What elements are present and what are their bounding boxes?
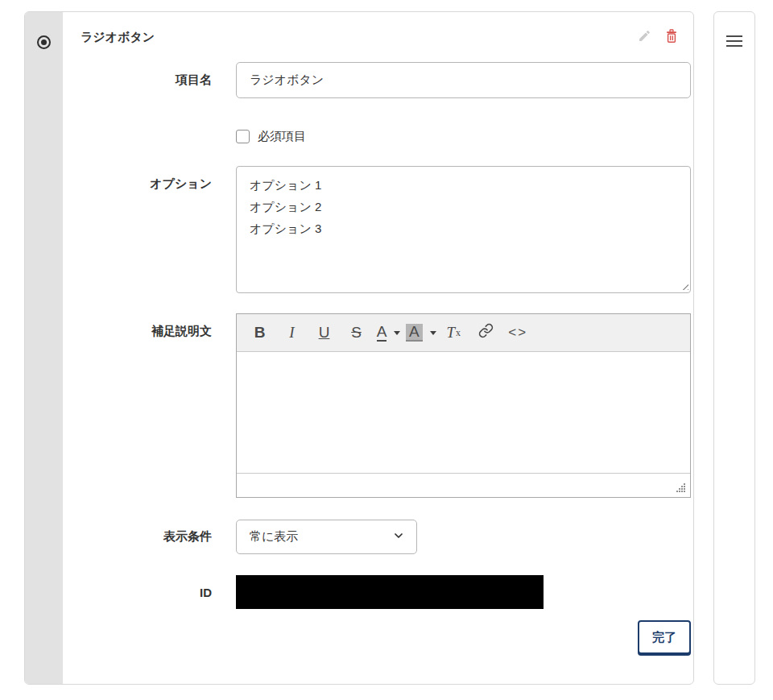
field-editor-card: ラジオボタン 項目名 [24,11,694,685]
display-condition-label: 表示条件 [63,529,236,545]
richtext-content[interactable] [237,352,690,473]
field-title: ラジオボタン [81,30,155,45]
description-row: 補足説明文 B I U S A A [63,313,693,498]
id-row: ID [63,575,693,609]
caret-down-icon [430,331,436,335]
options-textarea[interactable]: オプション 1 オプション 2 オプション 3 [236,166,691,293]
field-type-rail [25,12,63,684]
item-name-input[interactable] [236,62,691,98]
drag-handle-rail [713,11,755,685]
field-editor-content: ラジオボタン 項目名 [63,12,693,684]
radio-button-icon [37,35,51,49]
field-header: ラジオボタン [63,25,693,49]
delete-button[interactable] [663,28,680,46]
text-color-button[interactable]: A [374,318,403,347]
done-row: 完了 [63,620,691,654]
required-checkbox-label: 必須項目 [258,129,306,144]
id-label: ID [63,586,236,599]
caret-down-icon [394,331,400,335]
drag-handle-icon[interactable] [726,32,742,50]
options-row: オプション オプション 1 オプション 2 オプション 3 [63,166,693,293]
edit-button[interactable] [635,28,653,46]
underline-button[interactable]: U [309,318,339,347]
link-icon [478,323,494,342]
required-row: 必須項目 [63,128,693,144]
required-checkbox[interactable] [236,130,250,143]
done-button[interactable]: 完了 [638,620,691,654]
item-name-row: 項目名 [63,62,693,98]
trash-icon [665,29,678,46]
code-view-button[interactable]: <> [503,318,533,347]
chevron-down-icon [392,529,405,545]
pencil-icon [638,29,651,45]
richtext-editor: B I U S A A Tx [236,313,691,498]
options-label: オプション [63,166,236,293]
clear-format-button[interactable]: Tx [439,318,469,347]
description-label: 補足説明文 [63,313,236,498]
id-value-redacted [236,575,544,609]
richtext-toolbar: B I U S A A Tx [237,314,690,352]
bold-button[interactable]: B [245,318,275,347]
link-button[interactable] [471,318,501,347]
display-condition-row: 表示条件 常に表示 [63,520,693,554]
background-color-button[interactable]: A [406,318,436,347]
italic-button[interactable]: I [277,318,307,347]
strikethrough-button[interactable]: S [341,318,371,347]
resize-grip-icon[interactable] [684,491,685,492]
item-name-label: 項目名 [63,72,236,88]
richtext-statusbar [237,473,690,497]
display-condition-select[interactable]: 常に表示 [236,520,417,554]
